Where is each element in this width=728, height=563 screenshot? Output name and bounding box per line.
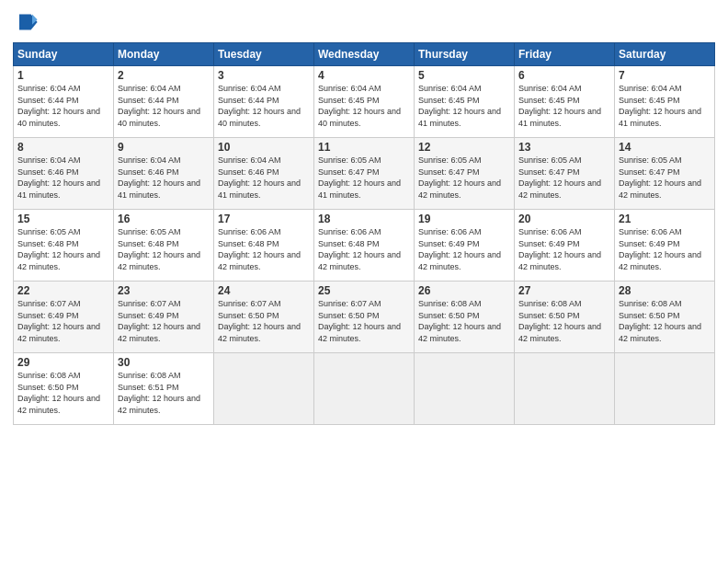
day-info: Sunrise: 6:08 AMSunset: 6:51 PMDaylight:… xyxy=(118,371,200,415)
calendar-cell: 29 Sunrise: 6:08 AMSunset: 6:50 PMDaylig… xyxy=(14,353,114,425)
calendar-cell: 22 Sunrise: 6:07 AMSunset: 6:49 PMDaylig… xyxy=(14,282,114,353)
day-info: Sunrise: 6:04 AMSunset: 6:46 PMDaylight:… xyxy=(118,155,200,200)
day-info: Sunrise: 6:05 AMSunset: 6:47 PMDaylight:… xyxy=(619,155,701,200)
day-number: 14 xyxy=(619,141,711,154)
calendar-cell xyxy=(615,353,715,425)
day-header-wednesday: Wednesday xyxy=(314,43,415,66)
calendar-cell: 12 Sunrise: 6:05 AMSunset: 6:47 PMDaylig… xyxy=(415,138,515,210)
day-info: Sunrise: 6:07 AMSunset: 6:49 PMDaylight:… xyxy=(17,299,100,343)
calendar-cell: 4 Sunrise: 6:04 AMSunset: 6:45 PMDayligh… xyxy=(314,66,415,138)
day-number: 10 xyxy=(218,141,310,154)
day-header-sunday: Sunday xyxy=(14,43,114,66)
day-info: Sunrise: 6:08 AMSunset: 6:50 PMDaylight:… xyxy=(418,299,501,343)
calendar-cell: 1 Sunrise: 6:04 AMSunset: 6:44 PMDayligh… xyxy=(14,66,114,138)
day-info: Sunrise: 6:04 AMSunset: 6:45 PMDaylight:… xyxy=(418,84,501,128)
calendar-cell: 10 Sunrise: 6:04 AMSunset: 6:46 PMDaylig… xyxy=(214,138,314,210)
calendar-week-4: 22 Sunrise: 6:07 AMSunset: 6:49 PMDaylig… xyxy=(14,282,715,353)
day-info: Sunrise: 6:04 AMSunset: 6:46 PMDaylight:… xyxy=(17,155,100,200)
calendar-cell: 9 Sunrise: 6:04 AMSunset: 6:46 PMDayligh… xyxy=(114,138,214,210)
calendar-week-2: 8 Sunrise: 6:04 AMSunset: 6:46 PMDayligh… xyxy=(14,138,715,210)
day-info: Sunrise: 6:06 AMSunset: 6:49 PMDaylight:… xyxy=(418,227,501,271)
day-number: 5 xyxy=(418,69,510,82)
day-info: Sunrise: 6:04 AMSunset: 6:45 PMDaylight:… xyxy=(619,84,701,128)
header xyxy=(13,9,715,35)
calendar-cell: 26 Sunrise: 6:08 AMSunset: 6:50 PMDaylig… xyxy=(415,282,515,353)
logo xyxy=(13,9,42,35)
day-number: 2 xyxy=(118,69,210,82)
day-number: 20 xyxy=(518,213,610,225)
day-number: 25 xyxy=(318,284,410,297)
day-info: Sunrise: 6:05 AMSunset: 6:47 PMDaylight:… xyxy=(318,155,401,200)
calendar-cell: 19 Sunrise: 6:06 AMSunset: 6:49 PMDaylig… xyxy=(415,210,515,282)
day-header-friday: Friday xyxy=(515,43,615,66)
calendar-week-5: 29 Sunrise: 6:08 AMSunset: 6:50 PMDaylig… xyxy=(14,353,715,425)
day-number: 1 xyxy=(17,69,109,82)
page-container: SundayMondayTuesdayWednesdayThursdayFrid… xyxy=(0,0,728,434)
day-info: Sunrise: 6:07 AMSunset: 6:49 PMDaylight:… xyxy=(118,299,200,343)
day-header-tuesday: Tuesday xyxy=(214,43,314,66)
day-info: Sunrise: 6:04 AMSunset: 6:44 PMDaylight:… xyxy=(118,84,200,128)
calendar-cell: 21 Sunrise: 6:06 AMSunset: 6:49 PMDaylig… xyxy=(615,210,715,282)
calendar-cell: 17 Sunrise: 6:06 AMSunset: 6:48 PMDaylig… xyxy=(214,210,314,282)
day-number: 28 xyxy=(619,284,711,297)
calendar-cell xyxy=(214,353,314,425)
calendar-cell: 28 Sunrise: 6:08 AMSunset: 6:50 PMDaylig… xyxy=(615,282,715,353)
calendar-body: 1 Sunrise: 6:04 AMSunset: 6:44 PMDayligh… xyxy=(14,66,715,425)
calendar-cell: 18 Sunrise: 6:06 AMSunset: 6:48 PMDaylig… xyxy=(314,210,415,282)
day-number: 26 xyxy=(418,284,510,297)
calendar-cell xyxy=(314,353,415,425)
day-number: 22 xyxy=(17,284,109,297)
day-number: 21 xyxy=(619,213,711,225)
calendar-cell: 16 Sunrise: 6:05 AMSunset: 6:48 PMDaylig… xyxy=(114,210,214,282)
calendar-cell: 6 Sunrise: 6:04 AMSunset: 6:45 PMDayligh… xyxy=(515,66,615,138)
day-info: Sunrise: 6:08 AMSunset: 6:50 PMDaylight:… xyxy=(619,299,701,343)
day-header-monday: Monday xyxy=(114,43,214,66)
day-number: 16 xyxy=(118,213,210,225)
day-header-thursday: Thursday xyxy=(415,43,515,66)
day-number: 23 xyxy=(118,284,210,297)
day-info: Sunrise: 6:04 AMSunset: 6:45 PMDaylight:… xyxy=(518,84,601,128)
calendar-cell: 20 Sunrise: 6:06 AMSunset: 6:49 PMDaylig… xyxy=(515,210,615,282)
day-info: Sunrise: 6:08 AMSunset: 6:50 PMDaylight:… xyxy=(17,371,100,415)
calendar-cell: 15 Sunrise: 6:05 AMSunset: 6:48 PMDaylig… xyxy=(14,210,114,282)
day-info: Sunrise: 6:06 AMSunset: 6:49 PMDaylight:… xyxy=(619,227,701,271)
day-info: Sunrise: 6:04 AMSunset: 6:44 PMDaylight:… xyxy=(218,84,301,128)
day-info: Sunrise: 6:06 AMSunset: 6:48 PMDaylight:… xyxy=(318,227,401,271)
day-info: Sunrise: 6:07 AMSunset: 6:50 PMDaylight:… xyxy=(318,299,401,343)
calendar-cell: 13 Sunrise: 6:05 AMSunset: 6:47 PMDaylig… xyxy=(515,138,615,210)
day-info: Sunrise: 6:06 AMSunset: 6:49 PMDaylight:… xyxy=(518,227,601,271)
day-number: 30 xyxy=(118,356,210,369)
day-number: 13 xyxy=(518,141,610,154)
day-info: Sunrise: 6:04 AMSunset: 6:44 PMDaylight:… xyxy=(17,84,100,128)
calendar-cell xyxy=(415,353,515,425)
calendar-cell: 30 Sunrise: 6:08 AMSunset: 6:51 PMDaylig… xyxy=(114,353,214,425)
day-number: 18 xyxy=(318,213,410,225)
day-number: 29 xyxy=(17,356,109,369)
day-info: Sunrise: 6:05 AMSunset: 6:48 PMDaylight:… xyxy=(118,227,200,271)
day-info: Sunrise: 6:04 AMSunset: 6:46 PMDaylight:… xyxy=(218,155,301,200)
calendar-cell xyxy=(515,353,615,425)
day-number: 27 xyxy=(518,284,610,297)
day-info: Sunrise: 6:08 AMSunset: 6:50 PMDaylight:… xyxy=(518,299,601,343)
day-number: 11 xyxy=(318,141,410,154)
calendar-cell: 23 Sunrise: 6:07 AMSunset: 6:49 PMDaylig… xyxy=(114,282,214,353)
day-info: Sunrise: 6:07 AMSunset: 6:50 PMDaylight:… xyxy=(218,299,301,343)
day-number: 4 xyxy=(318,69,410,82)
day-number: 17 xyxy=(218,213,310,225)
calendar-cell: 27 Sunrise: 6:08 AMSunset: 6:50 PMDaylig… xyxy=(515,282,615,353)
calendar-week-1: 1 Sunrise: 6:04 AMSunset: 6:44 PMDayligh… xyxy=(14,66,715,138)
days-of-week-header: SundayMondayTuesdayWednesdayThursdayFrid… xyxy=(14,43,715,66)
calendar-week-3: 15 Sunrise: 6:05 AMSunset: 6:48 PMDaylig… xyxy=(14,210,715,282)
day-info: Sunrise: 6:05 AMSunset: 6:48 PMDaylight:… xyxy=(17,227,100,271)
day-number: 8 xyxy=(17,141,109,154)
day-number: 24 xyxy=(218,284,310,297)
calendar-cell: 24 Sunrise: 6:07 AMSunset: 6:50 PMDaylig… xyxy=(214,282,314,353)
day-number: 15 xyxy=(17,213,109,225)
day-number: 3 xyxy=(218,69,310,82)
calendar-cell: 7 Sunrise: 6:04 AMSunset: 6:45 PMDayligh… xyxy=(615,66,715,138)
calendar-cell: 14 Sunrise: 6:05 AMSunset: 6:47 PMDaylig… xyxy=(615,138,715,210)
day-header-saturday: Saturday xyxy=(615,43,715,66)
day-number: 19 xyxy=(418,213,510,225)
logo-icon xyxy=(13,9,39,35)
day-info: Sunrise: 6:05 AMSunset: 6:47 PMDaylight:… xyxy=(518,155,601,200)
